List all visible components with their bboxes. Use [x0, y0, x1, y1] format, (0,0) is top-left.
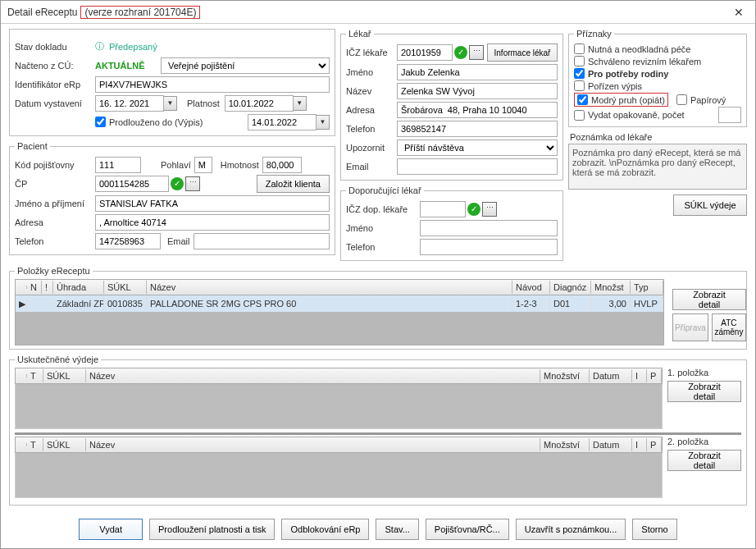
chk-rodina[interactable]: Pro potřeby rodiny — [574, 68, 741, 79]
stav-button[interactable]: Stav... — [376, 519, 418, 540]
hmot-field[interactable] — [262, 157, 302, 173]
pohlavi-field[interactable] — [194, 157, 212, 173]
icz-field[interactable] — [397, 44, 453, 61]
upoz-select[interactable]: Příští návštěva — [397, 140, 558, 156]
version-badge: (verze rozhraní 201704E) — [80, 6, 200, 19]
pojist-button[interactable]: Pojišťovna/RČ... — [426, 519, 509, 540]
chk-nutna[interactable]: Nutná a neodkladná péče — [574, 43, 741, 54]
kod-label: Kód pojišťovny — [15, 160, 95, 170]
nacteno-label: Načteno z CÚ: — [15, 61, 95, 71]
lekar-group: Lékař IČZ lékaře ✓ ⋯ Informace lékař Jmé… — [340, 29, 563, 181]
upoz-label: Upozornit — [346, 143, 397, 153]
email-l-field — [397, 158, 558, 175]
more-icon[interactable]: ⋯ — [469, 45, 484, 60]
prodlouzeno-field[interactable] — [248, 114, 317, 130]
pol2-label: 2. položka — [667, 437, 741, 446]
dop-jmeno-field — [420, 220, 558, 236]
vydeje-group: Uskutečněné výdeje T SÚKL Název Množství… — [9, 355, 747, 506]
chevron-down-icon[interactable]: ▼ — [294, 96, 307, 111]
vydeje1-header: T SÚKL Název Množství Datum I P — [15, 368, 663, 384]
lekar-legend: Lékař — [346, 29, 374, 39]
prodlouz-button[interactable]: Prodloužení platnosti a tisk — [149, 519, 275, 540]
adresa-l-label: Adresa — [346, 105, 397, 115]
kod-field[interactable] — [95, 157, 141, 173]
opak-count-field[interactable] — [718, 107, 741, 123]
dop-icz-field[interactable] — [420, 201, 466, 217]
polozky-header: N ! Úhrada SÚKL Název Návod Diagnóz Množ… — [15, 279, 664, 295]
check-icon: ✓ — [171, 177, 184, 190]
check-icon: ✓ — [467, 203, 480, 216]
prodlouzeno-checkbox[interactable]: Prodlouženo do (Výpis) — [95, 117, 203, 127]
note-box: Poznámka pro daný eRecept, která se má z… — [568, 144, 747, 190]
platnost-field[interactable] — [225, 95, 294, 112]
jmeno-l-label: Jméno — [346, 67, 397, 77]
storno-button[interactable]: Storno — [632, 519, 676, 540]
chk-vypis[interactable]: Pořízen výpis — [574, 80, 741, 91]
chevron-down-icon[interactable]: ▼ — [317, 115, 330, 130]
nazev-l-field — [397, 83, 558, 99]
priprava-button: Příprava — [672, 313, 708, 341]
info-lekar-button[interactable]: Informace lékař — [487, 43, 558, 62]
chevron-down-icon[interactable]: ▼ — [164, 96, 177, 111]
pohlavi-label: Pohlaví — [161, 160, 191, 170]
datum-label: Datum vystavení — [15, 98, 95, 108]
email-p-field[interactable] — [194, 233, 330, 249]
jmeno-p-field[interactable] — [95, 195, 330, 212]
more-icon[interactable]: ⋯ — [482, 202, 497, 217]
id-field — [95, 76, 330, 93]
polozky-row[interactable]: ▶ Základní ZP 0010835 PALLADONE SR 2MG C… — [16, 295, 663, 312]
window-title: Detail eReceptu — [7, 7, 77, 18]
tel-p-field[interactable] — [95, 233, 161, 249]
chk-opak[interactable]: Vydat opakovaně, počet — [574, 110, 685, 121]
dop-jmeno-label: Jméno — [346, 223, 420, 233]
pacient-group: Pacient Kód pojišťovny Pohlaví Hmotnost … — [9, 141, 335, 255]
email-l-label: Email — [346, 162, 397, 172]
chk-modry[interactable]: Modrý pruh (opiát) — [577, 94, 665, 105]
datum-field — [95, 95, 164, 112]
nazev-l-label: Název — [346, 86, 397, 96]
pojisteni-select[interactable]: Veřejné pojištění — [161, 57, 330, 74]
polozky-group: Položky eReceptu N ! Úhrada SÚKL Název N… — [9, 266, 747, 350]
modry-pruh-box: Modrý pruh (opiát) — [574, 93, 668, 107]
email-p-label: Email — [167, 236, 190, 246]
atc-button[interactable]: ATC záměny — [712, 313, 746, 341]
dop-tel-label: Telefon — [346, 242, 420, 252]
adresa-p-label: Adresa — [15, 217, 95, 227]
dop-icz-label: IČZ dop. lékaře — [346, 204, 420, 214]
stav-value: Předepsaný — [109, 42, 157, 52]
chk-schval[interactable]: Schváleno revizním lékařem — [574, 56, 741, 66]
vydat-button[interactable]: Vydat — [79, 519, 143, 540]
cp-field[interactable] — [95, 176, 169, 192]
polozky-detail-button[interactable]: Zobrazit detail — [672, 289, 746, 310]
stav-label: Stav dokladu — [15, 42, 95, 52]
nacteno-value: AKTUÁLNĚ — [95, 61, 161, 71]
pol1-label: 1. položka — [667, 368, 741, 377]
dop-tel-field — [420, 239, 558, 255]
vydeje1-detail-button[interactable]: Zobrazit detail — [667, 381, 741, 402]
sukl-vydeje-button[interactable]: SÚKL výdeje — [673, 194, 747, 216]
info-icon: ⓘ — [95, 40, 104, 53]
adresa-l-field — [397, 102, 558, 118]
zalozit-button[interactable]: Založit klienta — [257, 175, 330, 193]
tel-l-label: Telefon — [346, 124, 397, 134]
platnost-label: Platnost — [187, 98, 220, 108]
tel-l-field — [397, 121, 558, 137]
dop-group: Doporučující lékař IČZ dop. lékaře✓⋯ Jmé… — [340, 185, 563, 261]
close-icon[interactable]: ✕ — [729, 4, 749, 21]
odblok-button[interactable]: Odblokování eRp — [281, 519, 369, 540]
polozky-legend: Položky eReceptu — [15, 266, 93, 276]
more-icon[interactable]: ⋯ — [185, 176, 200, 191]
vydeje-legend: Uskutečněné výdeje — [15, 355, 101, 364]
priznaky-legend: Příznaky — [574, 29, 614, 39]
priznaky-group: Příznaky Nutná a neodkladná péče Schvále… — [568, 29, 747, 127]
check-icon: ✓ — [454, 46, 467, 59]
vydeje2-detail-button[interactable]: Zobrazit detail — [667, 450, 741, 471]
cp-label: ČP — [15, 179, 95, 189]
hmot-label: Hmotnost — [221, 160, 259, 170]
titlebar: Detail eReceptu (verze rozhraní 201704E)… — [1, 1, 755, 24]
chk-papir[interactable]: Papírový — [676, 94, 726, 105]
pacient-legend: Pacient — [15, 141, 50, 151]
jmeno-p-label: Jméno a příjmení — [15, 199, 95, 208]
adresa-p-field[interactable] — [95, 214, 330, 231]
uzavrit-button[interactable]: Uzavřít s poznámkou... — [516, 519, 626, 540]
